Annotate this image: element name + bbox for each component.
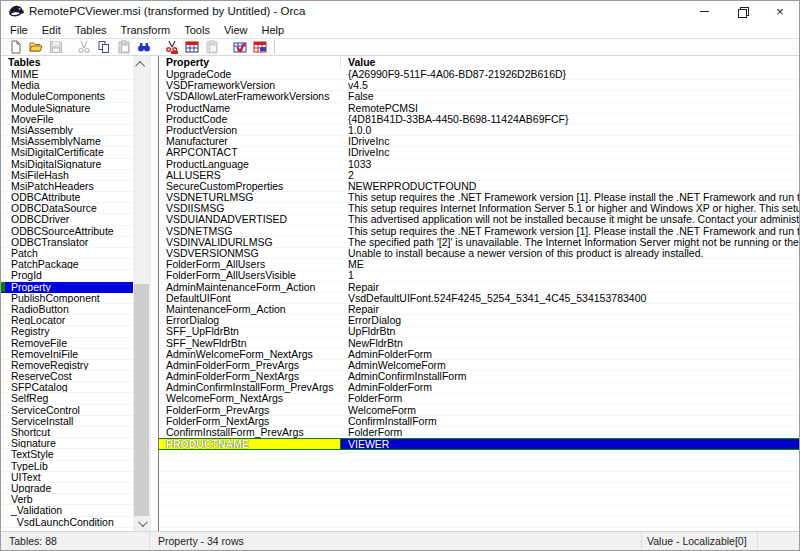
- grid-row[interactable]: VSDINVALIDURLMSGThe specified path '[2]'…: [159, 237, 799, 248]
- grid-row[interactable]: AdminMaintenanceForm_ActionRepair: [159, 282, 799, 293]
- table-list-item-msiassembly[interactable]: MsiAssembly: [1, 125, 133, 136]
- value-cell[interactable]: This setup requires the .NET Framework v…: [341, 226, 799, 237]
- menu-tables[interactable]: Tables: [68, 22, 114, 38]
- table-list-item-odbcattribute[interactable]: ODBCAttribute: [1, 192, 133, 203]
- validate-check-icon[interactable]: [230, 39, 250, 55]
- scroll-down-arrow-icon[interactable]: [133, 515, 150, 531]
- value-cell[interactable]: UpFldrBtn: [341, 326, 799, 337]
- grid-row[interactable]: ConfirmInstallForm_PrevArgsFolderForm: [159, 427, 799, 438]
- value-cell[interactable]: VsdDefaultUIFont.524F4245_5254_5341_4C45…: [341, 293, 799, 304]
- property-cell[interactable]: SFF_NewFldrBtn: [159, 338, 341, 349]
- menu-view[interactable]: View: [217, 22, 255, 38]
- grid-row[interactable]: VSDIISMSGThis setup requires Internet In…: [159, 203, 799, 214]
- table-list-item-odbcdatasource[interactable]: ODBCDataSource: [1, 203, 133, 214]
- tables-column-header[interactable]: Tables: [1, 56, 150, 69]
- property-cell[interactable]: ProductLanguage: [159, 159, 341, 170]
- grid-row[interactable]: FolderForm_NextArgsConfirmInstallForm: [159, 416, 799, 427]
- value-cell[interactable]: IDriveInc: [341, 136, 799, 147]
- property-cell[interactable]: AdminConfirmInstallForm_PrevArgs: [159, 382, 341, 393]
- table-list-item-patch[interactable]: Patch: [1, 248, 133, 259]
- grid-row[interactable]: VSDNETMSGThis setup requires the .NET Fr…: [159, 226, 799, 237]
- grid-row[interactable]: ALLUSERS2: [159, 170, 799, 181]
- property-cell[interactable]: FolderForm_AllUsersVisible: [159, 270, 341, 281]
- value-cell[interactable]: 2: [341, 170, 799, 181]
- property-cell[interactable]: VSDAllowLaterFrameworkVersions: [159, 91, 341, 102]
- value-cell[interactable]: AdminConfirmInstallForm: [341, 371, 799, 382]
- property-cell[interactable]: SecureCustomProperties: [159, 181, 341, 192]
- property-cell[interactable]: VSDVERSIONMSG: [159, 248, 341, 259]
- minimize-button[interactable]: [685, 1, 723, 21]
- table-list-item-sfpcatalog[interactable]: SFPCatalog: [1, 382, 133, 393]
- property-cell[interactable]: VSDUIANDADVERTISED: [159, 214, 341, 225]
- property-cell[interactable]: AdminWelcomeForm_NextArgs: [159, 349, 341, 360]
- value-cell[interactable]: FolderForm: [341, 427, 799, 438]
- grid-row[interactable]: SecureCustomPropertiesNEWERPRODUCTFOUND: [159, 181, 799, 192]
- grid-row[interactable]: ProductLanguage1033: [159, 159, 799, 170]
- property-column-header[interactable]: Property: [159, 56, 341, 69]
- grid-row[interactable]: ManufacturerIDriveInc: [159, 136, 799, 147]
- restore-button[interactable]: [723, 1, 761, 21]
- grid-row[interactable]: ProductCode{4D81B41D-33BA-4450-B698-1142…: [159, 114, 799, 125]
- grid-row[interactable]: SFF_UpFldrBtnUpFldrBtn: [159, 326, 799, 337]
- value-column-header[interactable]: Value: [341, 56, 799, 69]
- table-list-item-typelib[interactable]: TypeLib: [1, 461, 133, 472]
- ice-table-icon[interactable]: [250, 39, 270, 55]
- copy-icon[interactable]: [94, 39, 114, 55]
- grid-row[interactable]: AdminConfirmInstallForm_PrevArgsAdminFol…: [159, 382, 799, 393]
- grid-row[interactable]: VSDVERSIONMSGUnable to install because a…: [159, 248, 799, 259]
- table-list-item-odbcsourceattribute[interactable]: ODBCSourceAttribute: [1, 226, 133, 237]
- table-list-item-textstyle[interactable]: TextStyle: [1, 449, 133, 460]
- table-list-item-serviceinstall[interactable]: ServiceInstall: [1, 416, 133, 427]
- table-list-item-msiassemblyname[interactable]: MsiAssemblyName: [1, 136, 133, 147]
- value-cell[interactable]: Repair: [341, 304, 799, 315]
- value-cell[interactable]: FolderForm: [341, 393, 799, 404]
- transform-cut-icon[interactable]: [162, 39, 182, 55]
- table-list-item-removeregistry[interactable]: RemoveRegistry: [1, 360, 133, 371]
- value-cell[interactable]: 1033: [341, 159, 799, 170]
- table-list-item-reservecost[interactable]: ReserveCost: [1, 371, 133, 382]
- grid-row[interactable]: VSDUIANDADVERTISEDThis advertised applic…: [159, 214, 799, 225]
- menu-tools[interactable]: Tools: [177, 22, 217, 38]
- table-list-item-reglocator[interactable]: RegLocator: [1, 315, 133, 326]
- table-list-item-msifilehash[interactable]: MsiFileHash: [1, 170, 133, 181]
- property-cell[interactable]: AdminFolderForm_PrevArgs: [159, 360, 341, 371]
- property-cell[interactable]: VSDINVALIDURLMSG: [159, 237, 341, 248]
- table-list-item-modulesignature[interactable]: ModuleSignature: [1, 103, 133, 114]
- table-list-item-movefile[interactable]: MoveFile: [1, 114, 133, 125]
- value-cell[interactable]: This setup requires the .NET Framework v…: [341, 192, 799, 203]
- value-cell[interactable]: This advertised application will not be …: [341, 214, 799, 225]
- table-list-item-odbctranslator[interactable]: ODBCTranslator: [1, 237, 133, 248]
- table-list-item-removeinifile[interactable]: RemoveIniFile: [1, 349, 133, 360]
- property-cell[interactable]: ALLUSERS: [159, 170, 341, 181]
- value-cell[interactable]: ConfirmInstallForm: [341, 416, 799, 427]
- grid-row[interactable]: MaintenanceForm_ActionRepair: [159, 304, 799, 315]
- property-cell[interactable]: DefaultUIFont: [159, 293, 341, 304]
- property-cell[interactable]: FolderForm_AllUsers: [159, 259, 341, 270]
- panel-splitter[interactable]: [151, 56, 159, 531]
- grid-row[interactable]: FolderForm_AllUsersME: [159, 259, 799, 270]
- table-list-item-patchpackage[interactable]: PatchPackage: [1, 259, 133, 270]
- property-cell[interactable]: ProductCode: [159, 114, 341, 125]
- table-list-item-_validation[interactable]: _Validation: [1, 505, 133, 516]
- grid-row[interactable]: AdminWelcomeForm_NextArgsAdminFolderForm: [159, 349, 799, 360]
- value-cell[interactable]: ErrorDialog: [341, 315, 799, 326]
- value-cell[interactable]: Repair: [341, 282, 799, 293]
- table-list-item-msidigitalsignature[interactable]: MsiDigitalSignature: [1, 159, 133, 170]
- table-list-item-modulecomponents[interactable]: ModuleComponents: [1, 91, 133, 102]
- property-cell[interactable]: VSDNETURLMSG: [159, 192, 341, 203]
- property-cell[interactable]: ARPCONTACT: [159, 147, 341, 158]
- value-cell[interactable]: This setup requires Internet Information…: [341, 203, 799, 214]
- transform-table-icon[interactable]: [182, 39, 202, 55]
- property-cell[interactable]: SFF_UpFldrBtn: [159, 326, 341, 337]
- property-cell[interactable]: AdminFolderForm_NextArgs: [159, 371, 341, 382]
- grid-row[interactable]: FolderForm_PrevArgsWelcomeForm: [159, 405, 799, 416]
- table-list-item-msidigitalcertificate[interactable]: MsiDigitalCertificate: [1, 147, 133, 158]
- table-list-item-uitext[interactable]: UIText: [1, 472, 133, 483]
- table-list-item-_vsdlaunchcondition[interactable]: _VsdLaunchCondition: [1, 517, 133, 528]
- open-folder-icon[interactable]: [26, 39, 46, 55]
- grid-row[interactable]: ProductVersion1.0.0: [159, 125, 799, 136]
- grid-row[interactable]: VSDFrameworkVersionv4.5: [159, 80, 799, 91]
- table-list-item-selfreg[interactable]: SelfReg: [1, 393, 133, 404]
- tables-scrollbar[interactable]: [133, 56, 150, 531]
- property-cell[interactable]: VSDIISMSG: [159, 203, 341, 214]
